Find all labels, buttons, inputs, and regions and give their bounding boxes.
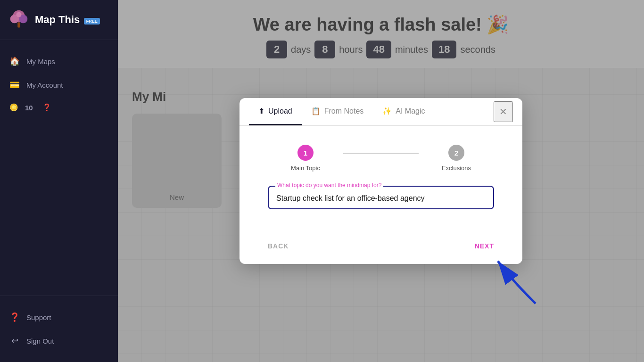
modal-tabs: ⬆ Upload 📋 From Notes ✨ AI Magic ✕	[239, 98, 522, 126]
modal-close-button[interactable]: ✕	[494, 101, 513, 122]
step-line	[343, 153, 419, 154]
logo-text: Map This	[35, 14, 80, 25]
sidebar-nav: 🏠 My Maps 💳 My Account 🪙 10 ❓	[0, 40, 118, 296]
free-badge: FREE	[84, 18, 100, 25]
sidebar-item-support[interactable]: ❓ Support	[0, 305, 118, 329]
sidebar-logo: Map This FREE	[0, 0, 118, 40]
upload-icon: ⬆	[258, 107, 264, 115]
step-1-label: Main Topic	[291, 165, 320, 172]
sidebar-item-label-support: Support	[26, 313, 51, 321]
sidebar-item-label-sign-out: Sign Out	[26, 337, 54, 345]
svg-rect-3	[17, 23, 20, 28]
topic-input-label: What topic do you want the mindmap for?	[275, 182, 383, 189]
svg-point-4	[17, 12, 22, 17]
tab-from-notes-label: From Notes	[324, 107, 364, 115]
home-icon: 🏠	[9, 56, 20, 66]
sign-out-icon: ↩	[9, 336, 20, 346]
sidebar-credits-row: 🪙 10 ❓	[0, 97, 118, 118]
step-2-item: 2 Exclusions	[419, 145, 494, 172]
help-icon[interactable]: ❓	[42, 103, 51, 112]
step-1-item: 1 Main Topic	[268, 145, 343, 172]
logo-icon	[8, 8, 30, 31]
credits-count: 10	[25, 104, 33, 112]
tab-upload[interactable]: ⬆ Upload	[249, 98, 302, 125]
topic-input[interactable]	[276, 194, 486, 203]
ai-magic-icon: ✨	[382, 107, 392, 115]
main-content: We are having a flash sale! 🎉 2 days 8 h…	[118, 0, 644, 362]
stepper: 1 Main Topic 2 Exclusions	[268, 145, 494, 172]
modal-dialog: ⬆ Upload 📋 From Notes ✨ AI Magic ✕	[239, 98, 522, 264]
sidebar-item-label-my-maps: My Maps	[26, 58, 55, 66]
sidebar-item-my-maps[interactable]: 🏠 My Maps	[0, 49, 118, 73]
support-icon: ❓	[9, 312, 20, 322]
tab-upload-label: Upload	[268, 107, 292, 115]
step-2-label: Exclusions	[442, 165, 471, 172]
back-button[interactable]: BACK	[268, 242, 289, 250]
sidebar: Map This FREE 🏠 My Maps 💳 My Account 🪙 1…	[0, 0, 118, 362]
sidebar-item-sign-out[interactable]: ↩ Sign Out	[0, 329, 118, 353]
account-icon: 💳	[9, 80, 20, 90]
notes-icon: 📋	[311, 107, 321, 115]
coins-icon: 🪙	[9, 103, 18, 112]
step-1-circle: 1	[297, 145, 314, 161]
topic-input-wrapper: What topic do you want the mindmap for?	[268, 186, 494, 209]
next-button[interactable]: NEXT	[475, 242, 494, 250]
sidebar-bottom: ❓ Support ↩ Sign Out	[0, 296, 118, 362]
tab-from-notes[interactable]: 📋 From Notes	[302, 98, 373, 125]
modal-footer: BACK NEXT	[239, 242, 522, 264]
logo-text-group: Map This FREE	[35, 14, 100, 26]
sidebar-item-my-account[interactable]: 💳 My Account	[0, 73, 118, 97]
modal-body: 1 Main Topic 2 Exclusions What topic do …	[239, 126, 522, 242]
tab-ai-magic-label: AI Magic	[396, 107, 425, 115]
modal-overlay: ⬆ Upload 📋 From Notes ✨ AI Magic ✕	[118, 0, 644, 362]
step-2-circle: 2	[448, 145, 464, 161]
tab-ai-magic[interactable]: ✨ AI Magic	[373, 98, 434, 125]
sidebar-item-label-my-account: My Account	[26, 81, 63, 89]
